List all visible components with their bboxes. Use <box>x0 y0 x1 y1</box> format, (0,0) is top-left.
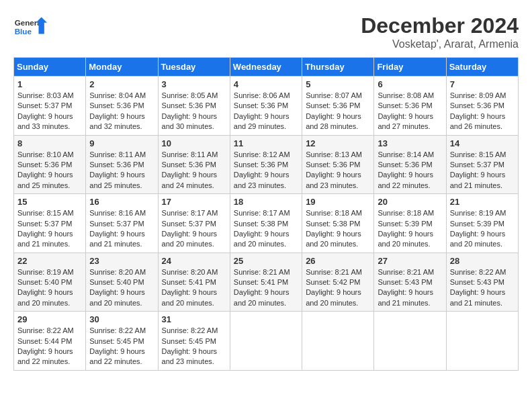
calendar-cell <box>374 312 446 371</box>
sunrise-label: Sunrise: 8:22 AM <box>17 326 74 334</box>
calendar-cell: 7 Sunrise: 8:09 AM Sunset: 5:36 PM Dayli… <box>446 77 518 136</box>
day-info: Sunrise: 8:18 AM Sunset: 5:38 PM Dayligh… <box>306 208 370 250</box>
daylight-label: Daylight: 9 hours and 21 minutes. <box>17 230 73 248</box>
day-number: 17 <box>162 197 226 207</box>
sunset-label: Sunset: 5:36 PM <box>450 101 504 109</box>
daylight-label: Daylight: 9 hours and 21 minutes. <box>378 288 433 306</box>
sunrise-label: Sunrise: 8:03 AM <box>17 91 74 99</box>
sunset-label: Sunset: 5:38 PM <box>306 220 360 228</box>
sunrise-label: Sunrise: 8:22 AM <box>162 326 218 334</box>
sunset-label: Sunset: 5:37 PM <box>17 220 72 228</box>
daylight-label: Daylight: 9 hours and 26 minutes. <box>450 112 506 130</box>
day-number: 10 <box>162 138 226 148</box>
day-number: 24 <box>162 256 226 266</box>
sunset-label: Sunset: 5:36 PM <box>162 101 216 109</box>
calendar-cell: 15 Sunrise: 8:15 AM Sunset: 5:37 PM Dayl… <box>14 194 86 253</box>
sunset-label: Sunset: 5:38 PM <box>234 220 288 228</box>
sunrise-label: Sunrise: 8:20 AM <box>162 268 218 276</box>
day-info: Sunrise: 8:19 AM Sunset: 5:40 PM Dayligh… <box>17 267 82 309</box>
calendar-week-row: 15 Sunrise: 8:15 AM Sunset: 5:37 PM Dayl… <box>14 194 519 253</box>
logo: General Blue <box>13 13 50 40</box>
calendar-cell: 24 Sunrise: 8:20 AM Sunset: 5:41 PM Dayl… <box>158 253 230 312</box>
sunset-label: Sunset: 5:36 PM <box>234 161 288 169</box>
sunset-label: Sunset: 5:36 PM <box>89 101 144 109</box>
calendar-cell: 10 Sunrise: 8:11 AM Sunset: 5:36 PM Dayl… <box>158 135 230 194</box>
sunset-label: Sunset: 5:36 PM <box>89 161 144 169</box>
calendar-cell: 31 Sunrise: 8:22 AM Sunset: 5:45 PM Dayl… <box>158 312 230 371</box>
daylight-label: Daylight: 9 hours and 20 minutes. <box>162 230 218 248</box>
calendar-cell: 18 Sunrise: 8:17 AM Sunset: 5:38 PM Dayl… <box>230 194 302 253</box>
sunrise-label: Sunrise: 8:15 AM <box>450 150 506 158</box>
day-info: Sunrise: 8:07 AM Sunset: 5:36 PM Dayligh… <box>306 91 370 132</box>
calendar-cell: 6 Sunrise: 8:08 AM Sunset: 5:36 PM Dayli… <box>374 77 446 136</box>
sunrise-label: Sunrise: 8:22 AM <box>89 326 146 334</box>
day-number: 9 <box>89 138 154 148</box>
calendar-cell: 2 Sunrise: 8:04 AM Sunset: 5:36 PM Dayli… <box>86 77 158 136</box>
daylight-label: Daylight: 9 hours and 20 minutes. <box>162 288 218 306</box>
day-number: 4 <box>234 79 298 89</box>
calendar-cell: 29 Sunrise: 8:22 AM Sunset: 5:44 PM Dayl… <box>14 312 86 371</box>
daylight-label: Daylight: 9 hours and 20 minutes. <box>306 288 361 306</box>
daylight-label: Daylight: 9 hours and 25 minutes. <box>17 171 73 189</box>
logo-icon: General Blue <box>13 13 47 40</box>
day-number: 26 <box>306 256 370 266</box>
day-info: Sunrise: 8:05 AM Sunset: 5:36 PM Dayligh… <box>162 91 226 132</box>
month-title: December 2024 <box>361 13 519 38</box>
day-number: 27 <box>378 256 442 266</box>
sunset-label: Sunset: 5:45 PM <box>89 337 144 345</box>
day-info: Sunrise: 8:08 AM Sunset: 5:36 PM Dayligh… <box>378 91 442 132</box>
sunset-label: Sunset: 5:41 PM <box>234 278 288 286</box>
day-info: Sunrise: 8:10 AM Sunset: 5:36 PM Dayligh… <box>17 150 82 191</box>
day-info: Sunrise: 8:15 AM Sunset: 5:37 PM Dayligh… <box>17 208 82 250</box>
daylight-label: Daylight: 9 hours and 20 minutes. <box>89 288 145 306</box>
day-info: Sunrise: 8:03 AM Sunset: 5:37 PM Dayligh… <box>17 91 82 132</box>
day-info: Sunrise: 8:11 AM Sunset: 5:36 PM Dayligh… <box>89 150 154 191</box>
sunset-label: Sunset: 5:40 PM <box>17 278 72 286</box>
sunrise-label: Sunrise: 8:19 AM <box>450 209 506 217</box>
day-number: 5 <box>306 79 370 89</box>
sunset-label: Sunset: 5:36 PM <box>162 161 216 169</box>
calendar-week-row: 22 Sunrise: 8:19 AM Sunset: 5:40 PM Dayl… <box>14 253 519 312</box>
day-of-week-header: Friday <box>374 58 446 77</box>
day-info: Sunrise: 8:11 AM Sunset: 5:36 PM Dayligh… <box>162 150 226 191</box>
calendar-cell: 1 Sunrise: 8:03 AM Sunset: 5:37 PM Dayli… <box>14 77 86 136</box>
sunset-label: Sunset: 5:39 PM <box>378 220 432 228</box>
daylight-label: Daylight: 9 hours and 25 minutes. <box>89 171 145 189</box>
sunset-label: Sunset: 5:40 PM <box>89 278 144 286</box>
daylight-label: Daylight: 9 hours and 21 minutes. <box>89 230 145 248</box>
calendar-cell: 17 Sunrise: 8:17 AM Sunset: 5:37 PM Dayl… <box>158 194 230 253</box>
title-area: December 2024 Vosketap', Ararat, Armenia <box>361 13 519 50</box>
sunrise-label: Sunrise: 8:15 AM <box>17 209 74 217</box>
day-number: 1 <box>17 79 82 89</box>
daylight-label: Daylight: 9 hours and 22 minutes. <box>17 347 73 365</box>
daylight-label: Daylight: 9 hours and 21 minutes. <box>450 288 506 306</box>
daylight-label: Daylight: 9 hours and 22 minutes. <box>378 171 433 189</box>
sunrise-label: Sunrise: 8:17 AM <box>162 209 218 217</box>
day-info: Sunrise: 8:22 AM Sunset: 5:45 PM Dayligh… <box>89 326 154 367</box>
calendar-table: SundayMondayTuesdayWednesdayThursdayFrid… <box>13 57 519 371</box>
sunset-label: Sunset: 5:37 PM <box>162 220 216 228</box>
calendar-cell: 30 Sunrise: 8:22 AM Sunset: 5:45 PM Dayl… <box>86 312 158 371</box>
day-number: 18 <box>234 197 298 207</box>
calendar-cell: 14 Sunrise: 8:15 AM Sunset: 5:37 PM Dayl… <box>446 135 518 194</box>
sunset-label: Sunset: 5:37 PM <box>17 101 72 109</box>
day-number: 25 <box>234 256 298 266</box>
calendar-cell: 20 Sunrise: 8:18 AM Sunset: 5:39 PM Dayl… <box>374 194 446 253</box>
day-number: 12 <box>306 138 370 148</box>
day-number: 23 <box>89 256 154 266</box>
day-info: Sunrise: 8:21 AM Sunset: 5:41 PM Dayligh… <box>234 267 298 309</box>
calendar-cell: 13 Sunrise: 8:14 AM Sunset: 5:36 PM Dayl… <box>374 135 446 194</box>
daylight-label: Daylight: 9 hours and 23 minutes. <box>234 171 290 189</box>
day-info: Sunrise: 8:18 AM Sunset: 5:39 PM Dayligh… <box>378 208 442 250</box>
calendar-cell: 4 Sunrise: 8:06 AM Sunset: 5:36 PM Dayli… <box>230 77 302 136</box>
day-of-week-header: Sunday <box>14 58 86 77</box>
daylight-label: Daylight: 9 hours and 23 minutes. <box>162 347 218 365</box>
day-number: 30 <box>89 314 154 324</box>
day-number: 6 <box>378 79 442 89</box>
sunrise-label: Sunrise: 8:18 AM <box>378 209 434 217</box>
calendar-week-row: 1 Sunrise: 8:03 AM Sunset: 5:37 PM Dayli… <box>14 77 519 136</box>
daylight-label: Daylight: 9 hours and 20 minutes. <box>378 230 433 248</box>
daylight-label: Daylight: 9 hours and 22 minutes. <box>89 347 145 365</box>
sunset-label: Sunset: 5:37 PM <box>89 220 144 228</box>
sunset-label: Sunset: 5:39 PM <box>450 220 504 228</box>
